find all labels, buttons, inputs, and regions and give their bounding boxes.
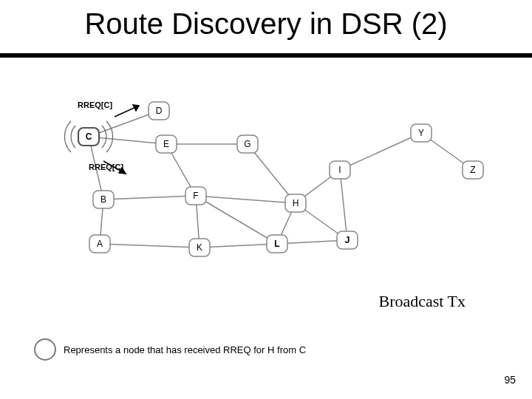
page-number: 95 bbox=[504, 374, 516, 386]
svg-text:A: A bbox=[97, 239, 103, 249]
network-diagram: RREQ[C] RREQ[C] C D E B bbox=[0, 74, 532, 266]
node-K: K bbox=[189, 239, 210, 256]
title-underline bbox=[0, 53, 532, 58]
node-F: F bbox=[185, 187, 206, 205]
svg-text:Y: Y bbox=[418, 128, 424, 138]
node-E: E bbox=[156, 135, 177, 153]
page-title: Route Discovery in DSR (2) bbox=[0, 7, 532, 41]
node-Z: Z bbox=[463, 161, 483, 179]
legend: Represents a node that has received RREQ… bbox=[34, 338, 306, 361]
svg-line-10 bbox=[196, 196, 296, 203]
svg-line-7 bbox=[100, 244, 200, 248]
node-A: A bbox=[89, 235, 110, 253]
svg-text:I: I bbox=[338, 165, 341, 175]
node-Y: Y bbox=[411, 124, 432, 142]
svg-line-18 bbox=[340, 133, 421, 170]
node-D: D bbox=[149, 102, 169, 120]
svg-line-6 bbox=[103, 196, 196, 200]
broadcast-label: Broadcast Tx bbox=[378, 292, 466, 311]
node-C: C bbox=[78, 128, 99, 146]
node-J: J bbox=[337, 231, 358, 249]
svg-text:H: H bbox=[293, 198, 299, 208]
node-I: I bbox=[330, 161, 350, 179]
svg-text:D: D bbox=[156, 106, 163, 116]
legend-text: Represents a node that has received RREQ… bbox=[64, 344, 306, 355]
svg-line-17 bbox=[340, 170, 347, 240]
svg-text:E: E bbox=[163, 139, 169, 149]
svg-text:B: B bbox=[100, 194, 106, 205]
rreq-label-top: RREQ[C] bbox=[78, 100, 112, 109]
svg-marker-21 bbox=[133, 105, 139, 111]
svg-text:L: L bbox=[274, 239, 279, 249]
svg-text:C: C bbox=[86, 132, 92, 142]
svg-text:K: K bbox=[197, 242, 202, 253]
svg-line-9 bbox=[196, 196, 277, 244]
node-H: H bbox=[285, 194, 306, 212]
nodes-group: C D E B A bbox=[78, 102, 483, 256]
node-L: L bbox=[267, 235, 287, 253]
svg-line-1 bbox=[89, 137, 166, 144]
svg-text:G: G bbox=[244, 139, 250, 149]
node-B: B bbox=[93, 191, 114, 208]
node-G: G bbox=[237, 135, 258, 153]
svg-text:F: F bbox=[193, 191, 198, 201]
slide: Route Discovery in DSR (2) bbox=[0, 0, 532, 399]
svg-text:J: J bbox=[345, 235, 350, 245]
svg-text:Z: Z bbox=[470, 165, 475, 175]
rreq-label-bottom: RREQ[C] bbox=[89, 163, 123, 171]
legend-node-icon bbox=[34, 338, 56, 361]
svg-line-12 bbox=[200, 244, 277, 248]
